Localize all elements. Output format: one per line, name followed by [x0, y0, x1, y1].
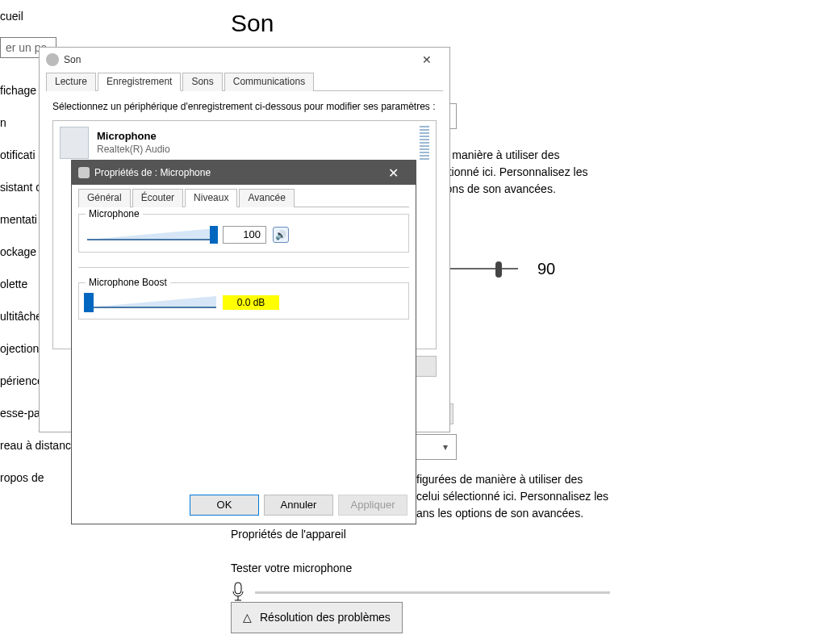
- apply-button[interactable]: Appliquer: [338, 495, 407, 516]
- dialog-title: Propriétés de : Microphone: [94, 167, 211, 178]
- divider: [78, 267, 409, 268]
- mic-level-value[interactable]: 100: [223, 226, 266, 244]
- chevron-down-icon: ▾: [443, 440, 448, 454]
- page-title: Son: [231, 10, 274, 37]
- warning-icon: △: [243, 609, 252, 626]
- instruction-text: Sélectionnez un périphérique d'enregistr…: [46, 91, 443, 120]
- tab-general[interactable]: Général: [78, 189, 131, 207]
- troubleshoot-label: Résolution des problèmes: [260, 609, 391, 626]
- microphone-icon: [78, 167, 90, 178]
- properties-dialog: Propriétés de : Microphone ✕ Général Éco…: [71, 160, 416, 524]
- mic-boost-slider[interactable]: [87, 294, 216, 311]
- dialog-button-row: OK Annuler Appliquer: [190, 495, 407, 516]
- ok-button[interactable]: OK: [190, 495, 259, 516]
- troubleshoot-button[interactable]: △ Résolution des problèmes: [231, 602, 403, 633]
- description-text: options de son avancées.: [428, 181, 824, 198]
- device-properties-link[interactable]: Propriétés de l'appareil: [231, 526, 824, 543]
- tab-playback[interactable]: Lecture: [46, 73, 96, 91]
- mic-boost-group: Microphone Boost 0.0 dB: [78, 282, 409, 320]
- test-mic-label: Tester votre microphone: [231, 560, 824, 577]
- description-text: figurées de manière à utiliser des: [416, 471, 824, 488]
- microphone-icon: [231, 582, 245, 603]
- mic-level-bar: [255, 591, 610, 594]
- dialog-title: Son: [64, 54, 81, 65]
- tab-recording[interactable]: Enregistrement: [98, 73, 181, 91]
- close-icon: ✕: [422, 53, 432, 66]
- close-button[interactable]: ✕: [377, 161, 409, 184]
- close-button[interactable]: ✕: [411, 48, 443, 71]
- tab-listen[interactable]: Écouter: [132, 189, 183, 207]
- volume-slider-thumb[interactable]: [495, 261, 502, 278]
- tab-sounds[interactable]: Sons: [182, 73, 222, 91]
- device-row[interactable]: Microphone Realtek(R) Audio: [53, 121, 436, 165]
- level-meter-icon: [420, 126, 429, 160]
- tabstrip: Général Écouter Niveaux Avancée: [78, 188, 409, 207]
- tab-communications[interactable]: Communications: [224, 73, 314, 91]
- sidebar-home[interactable]: cueil: [0, 0, 210, 32]
- mic-level-group: Microphone 100 🔊: [78, 214, 409, 253]
- description-text: ans les options de son avancées.: [416, 505, 824, 522]
- sound-icon: [46, 53, 59, 66]
- device-icon: [60, 127, 89, 159]
- tabstrip: Lecture Enregistrement Sons Communicatio…: [46, 72, 443, 91]
- dialog-titlebar[interactable]: Son ✕: [40, 48, 449, 72]
- mic-level-slider[interactable]: [87, 227, 216, 243]
- tab-advanced[interactable]: Avancée: [239, 189, 294, 207]
- description-text: électionné ici. Personnalisez les: [428, 164, 824, 181]
- svg-rect-0: [235, 583, 241, 594]
- close-icon: ✕: [388, 165, 399, 181]
- group-label: Microphone: [86, 208, 143, 219]
- cancel-button[interactable]: Annuler: [264, 495, 333, 516]
- description-text: s de manière à utiliser des: [428, 147, 824, 164]
- device-subtitle: Realtek(R) Audio: [97, 144, 170, 157]
- mic-boost-value: 0.0 dB: [223, 295, 279, 310]
- slider-thumb[interactable]: [210, 226, 218, 244]
- dialog-titlebar[interactable]: Propriétés de : Microphone ✕: [72, 161, 416, 185]
- description-text: celui sélectionné ici. Personnalisez les: [416, 488, 824, 505]
- device-name: Microphone: [97, 130, 170, 144]
- tab-levels[interactable]: Niveaux: [185, 189, 237, 207]
- group-label: Microphone Boost: [86, 277, 170, 288]
- slider-thumb[interactable]: [84, 293, 94, 312]
- volume-value: 90: [537, 257, 555, 281]
- speaker-icon[interactable]: 🔊: [273, 227, 289, 243]
